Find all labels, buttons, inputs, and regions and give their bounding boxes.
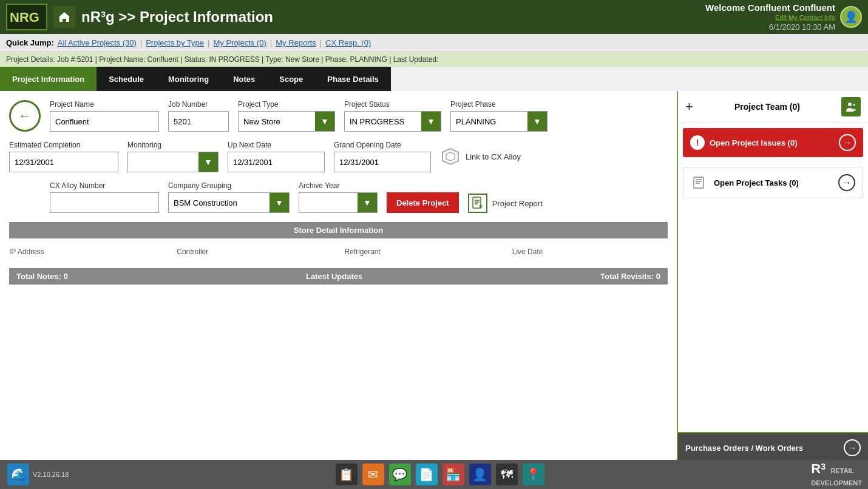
svg-text:NRG: NRG (10, 10, 39, 25)
home-button[interactable] (53, 6, 75, 28)
datetime: 6/1/2020 10:30 AM (769, 22, 835, 32)
project-report-area[interactable]: Project Report (468, 194, 543, 213)
tab-phase-details[interactable]: Phase Details (315, 67, 391, 91)
nav-my-projects[interactable]: My Projects (0) (213, 38, 266, 47)
nav-sep-1: | (140, 38, 142, 47)
store-icon[interactable]: 🏪 (442, 464, 464, 485)
tasks-list-icon (691, 174, 709, 192)
open-tasks-button[interactable]: Open Project Tasks (0) → (683, 167, 863, 198)
issues-alert-icon: ! (690, 135, 705, 150)
edit-contact-link[interactable]: Edit My Contact Info (775, 14, 835, 21)
project-type-label: Project Type (238, 100, 335, 109)
delete-project-button[interactable]: Delete Project (387, 192, 459, 213)
archive-year-dropdown-btn[interactable]: ▼ (358, 193, 377, 212)
top-header: NRG nR³g >> Project Information Welcome … (0, 0, 868, 34)
tab-project-information[interactable]: Project Information (0, 67, 97, 91)
cx-alloy-icon (440, 146, 461, 167)
project-team-header: + Project Team (0) (678, 91, 868, 123)
document-icon[interactable]: 📄 (416, 464, 438, 485)
svg-point-5 (853, 104, 855, 106)
project-phase-select-wrapper: PLANNING ▼ (450, 111, 548, 132)
company-grouping-dropdown-btn[interactable]: ▼ (270, 193, 289, 212)
project-name-label: Project Name (50, 100, 159, 109)
cx-alloy-link-area[interactable]: Link to CX Alloy (440, 146, 521, 167)
tab-schedule[interactable]: Schedule (97, 67, 156, 91)
project-name-group: Project Name (50, 100, 159, 132)
open-issues-label: Open Project Issues (0) (710, 138, 834, 147)
nav-by-type[interactable]: Projects by Type (146, 38, 204, 47)
project-type-select[interactable]: New Store (239, 112, 315, 131)
back-button[interactable]: ← (9, 100, 41, 132)
tab-scope[interactable]: Scope (267, 67, 315, 91)
welcome-text: Welcome Confluent Confluent (705, 2, 835, 13)
project-status-select[interactable]: IN PROGRESS (345, 112, 421, 131)
up-next-date-group: Up Next Date 📅 (228, 141, 325, 172)
po-wo-header: Purchase Orders / Work Orders → (678, 433, 868, 462)
tabs-row: Project Information Schedule Monitoring … (0, 67, 868, 91)
location-icon[interactable]: 📍 (523, 464, 544, 485)
project-type-group: Project Type New Store ▼ (238, 100, 335, 132)
project-type-dropdown-btn[interactable]: ▼ (315, 112, 334, 131)
nav-bar: Quick Jump: All Active Projects (30) | P… (0, 34, 868, 52)
job-number-label: Job Number (168, 100, 229, 109)
monitoring-select[interactable] (128, 152, 198, 172)
app-title: nR³g >> Project Information (81, 8, 273, 25)
project-team-label: Project Team (0) (734, 102, 800, 112)
nav-all-active[interactable]: All Active Projects (30) (58, 38, 137, 47)
grand-opening-group: Grand Opening Date 📅 (334, 141, 431, 172)
project-status-group: Project Status IN PROGRESS ▼ (344, 100, 441, 132)
project-phase-label: Project Phase (450, 100, 548, 109)
open-tasks-label: Open Project Tasks (0) (714, 178, 833, 187)
store-detail-row: IP Address Controller Refrigerant Live D… (9, 244, 668, 259)
main-content-row: ← Project Name Job Number Project Type (0, 91, 868, 489)
project-status-dropdown-btn[interactable]: ▼ (421, 112, 441, 131)
files-icon[interactable]: 📋 (336, 464, 358, 485)
nav-my-reports[interactable]: My Reports (276, 38, 316, 47)
chat-icon[interactable]: 💬 (389, 464, 411, 485)
company-grouping-group: Company Grouping BSM Construction ▼ (168, 181, 290, 213)
live-date-label: Live Date (512, 248, 668, 256)
add-team-member-button[interactable]: + (685, 99, 693, 115)
taskbar-right: R3 RETAILDEVELOPMENT (811, 461, 862, 488)
user-icon[interactable]: 👤 (469, 464, 491, 485)
grand-opening-input[interactable] (334, 152, 431, 172)
job-number-input[interactable] (168, 111, 229, 132)
est-completion-input[interactable] (10, 152, 118, 172)
project-name-input[interactable] (50, 111, 159, 132)
right-sidebar: + Project Team (0) ! Open Project (677, 91, 868, 489)
nrg-logo: NRG (6, 4, 47, 30)
latest-updates: Latest Updates (68, 272, 600, 281)
controller-label: Controller (177, 248, 332, 256)
start-icon[interactable]: 🌊 (7, 464, 29, 485)
email-icon[interactable]: ✉ (362, 464, 384, 485)
nav-cx-resp[interactable]: CX Resp. (0) (325, 38, 371, 47)
up-next-date-input[interactable] (228, 152, 325, 172)
total-revisits: Total Revisits: 0 (600, 272, 660, 281)
monitoring-group: Monitoring ▼ (127, 141, 219, 172)
open-issues-button[interactable]: ! Open Project Issues (0) → (683, 128, 863, 157)
archive-year-select[interactable] (299, 193, 358, 212)
tab-monitoring[interactable]: Monitoring (156, 67, 221, 91)
monitoring-dropdown-btn[interactable]: ▼ (198, 152, 218, 172)
nav-left: Quick Jump: All Active Projects (30) | P… (6, 38, 371, 47)
cx-alloy-number-input[interactable] (50, 192, 159, 213)
project-phase-dropdown-btn[interactable]: ▼ (527, 112, 547, 131)
taskbar-left: 🌊 V2.10.26.18 (6, 464, 69, 485)
svg-rect-6 (694, 177, 704, 188)
project-report-icon (468, 194, 487, 213)
company-grouping-select[interactable]: BSM Construction (169, 193, 270, 212)
nav-sep-4: | (320, 38, 322, 47)
cx-alloy-link-text: Link to CX Alloy (466, 152, 521, 161)
svg-rect-3 (473, 197, 481, 208)
po-wo-arrow-icon[interactable]: → (844, 439, 861, 456)
monitoring-label: Monitoring (127, 141, 219, 149)
project-report-label: Project Report (492, 199, 543, 208)
form-row-1: ← Project Name Job Number Project Type (9, 100, 668, 132)
project-phase-select[interactable]: PLANNING (451, 112, 527, 131)
project-details-bar: Project Details: Job #:5201 | Project Na… (0, 52, 868, 67)
tab-notes[interactable]: Notes (221, 67, 267, 91)
up-next-date-wrapper: 📅 (228, 152, 325, 172)
map-icon[interactable]: 🗺 (496, 464, 518, 485)
welcome-area: Welcome Confluent Confluent Edit My Cont… (705, 2, 835, 32)
content-area: ← Project Name Job Number Project Type (0, 91, 677, 489)
